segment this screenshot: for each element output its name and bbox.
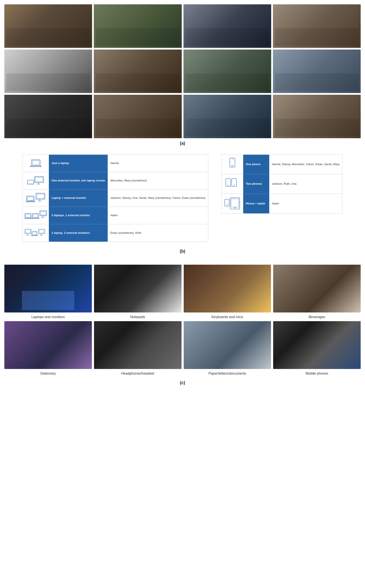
svg-rect-28 bbox=[33, 232, 36, 235]
svg-rect-16 bbox=[26, 214, 30, 217]
right-value-0: Harriet, Stacey, Mercedes, Calum, Ewan, … bbox=[269, 155, 342, 174]
photo-paper bbox=[184, 321, 271, 369]
photo-desk-7 bbox=[183, 50, 271, 93]
photo-keyboards bbox=[184, 265, 271, 312]
left-label-col: Just a laptop One external monitor, w/o … bbox=[49, 155, 108, 242]
photo-stationary bbox=[4, 321, 92, 369]
section-b-label: (b) bbox=[180, 246, 185, 258]
left-value-3: Adam bbox=[108, 207, 208, 224]
right-value-1: Jackson, Ruth, Una bbox=[269, 174, 342, 194]
section-a: (a) bbox=[0, 0, 365, 152]
photo-notepads bbox=[94, 265, 182, 312]
section-c-label: (c) bbox=[4, 378, 361, 390]
left-label-1: One external monitor, w/o laptop screen bbox=[49, 172, 108, 189]
photo-desk-9 bbox=[4, 95, 92, 138]
photo-grid bbox=[4, 4, 361, 138]
diagram-container: Just a laptop One external monitor, w/o … bbox=[23, 155, 342, 242]
svg-rect-30 bbox=[39, 230, 44, 233]
section-a-label: (a) bbox=[4, 138, 361, 150]
left-label-0: Just a laptop bbox=[49, 155, 108, 172]
svg-rect-24 bbox=[26, 230, 30, 233]
photo-desk-4 bbox=[273, 4, 361, 48]
left-value-4: Ewan (sometimes), Ruth bbox=[108, 224, 208, 242]
section-c: Laptops and monitors Notepads Keyboards … bbox=[0, 263, 365, 394]
svg-rect-18 bbox=[33, 214, 38, 217]
label-keyboards: Keyboards and mice bbox=[211, 315, 243, 319]
category-headphones: Headphones/headset bbox=[94, 321, 182, 375]
svg-rect-43 bbox=[231, 199, 239, 207]
laptop-two-monitors-icon bbox=[23, 224, 49, 242]
one-phone-icon bbox=[221, 155, 243, 174]
right-table: One phone Two phones Phone + tablet Harr… bbox=[221, 155, 342, 214]
monitor-icon-1 bbox=[23, 172, 49, 189]
right-icons-col bbox=[221, 155, 243, 213]
left-table: Just a laptop One external monitor, w/o … bbox=[23, 155, 208, 242]
two-laptops-monitor-icon bbox=[23, 207, 49, 224]
label-mobile: Mobile phones bbox=[306, 372, 328, 375]
photo-desk-8 bbox=[273, 50, 361, 93]
label-stationary: Stationary bbox=[40, 372, 56, 375]
photo-desk-2 bbox=[94, 4, 182, 48]
photo-desk-3 bbox=[183, 4, 271, 48]
label-beverages: Beverages bbox=[309, 315, 325, 319]
left-label-3: 2 laptops, 1 external monitor bbox=[49, 207, 108, 224]
right-value-col: Harriet, Stacey, Mercedes, Calum, Ewan, … bbox=[269, 155, 342, 213]
label-notepads: Notepads bbox=[130, 315, 145, 319]
svg-rect-9 bbox=[27, 197, 33, 200]
left-value-2: Jackson, Stacey, Una, Sarah, Mary (somet… bbox=[108, 189, 208, 207]
svg-rect-42 bbox=[230, 198, 240, 209]
category-paper: Paper/letters/documents bbox=[184, 321, 271, 375]
right-label-0: One phone bbox=[243, 155, 269, 174]
left-icons-col bbox=[23, 155, 49, 242]
category-notepads: Notepads bbox=[94, 265, 182, 319]
svg-rect-3 bbox=[28, 180, 34, 184]
photo-mobile bbox=[273, 321, 361, 369]
category-keyboards: Keyboards and mice bbox=[184, 265, 271, 319]
label-headphones: Headphones/headset bbox=[121, 372, 154, 375]
category-beverages: Beverages bbox=[273, 265, 361, 319]
label-paper: Paper/letters/documents bbox=[208, 372, 246, 375]
svg-rect-1 bbox=[33, 161, 39, 165]
svg-rect-20 bbox=[41, 212, 46, 215]
left-value-0: Harriet bbox=[108, 155, 208, 172]
section-b: Just a laptop One external monitor, w/o … bbox=[0, 152, 365, 263]
laptop-icon-1 bbox=[23, 155, 49, 172]
category-mobile: Mobile phones bbox=[273, 321, 361, 375]
label-laptops: Laptops and monitors bbox=[31, 315, 65, 319]
left-value-1: Mercedes, Mary (sometimes) bbox=[108, 172, 208, 189]
phone-tablet-icon bbox=[221, 194, 243, 213]
photo-headphones bbox=[94, 321, 182, 369]
photo-desk-10 bbox=[94, 95, 182, 138]
photo-beverages bbox=[273, 265, 361, 312]
photo-desk-11 bbox=[183, 95, 271, 138]
category-laptops: Laptops and monitors bbox=[4, 265, 92, 319]
category-stationary: Stationary bbox=[4, 321, 92, 375]
category-grid-row2: Stationary Headphones/headset Paper/lett… bbox=[4, 321, 361, 375]
svg-rect-40 bbox=[225, 199, 229, 206]
photo-desk-1 bbox=[4, 4, 92, 48]
svg-rect-17 bbox=[32, 214, 38, 218]
svg-rect-5 bbox=[35, 177, 43, 182]
left-label-4: 1 laptop, 2 external monitors bbox=[49, 224, 108, 242]
right-label-col: One phone Two phones Phone + tablet bbox=[243, 155, 269, 213]
photo-laptops bbox=[4, 265, 92, 312]
left-label-2: Laptop + external monitor bbox=[49, 189, 108, 207]
right-label-2: Phone + tablet bbox=[243, 194, 269, 213]
photo-desk-5 bbox=[4, 50, 92, 93]
photo-desk-6 bbox=[94, 50, 182, 93]
right-value-2: Adam bbox=[269, 194, 342, 213]
svg-rect-12 bbox=[37, 194, 44, 198]
laptop-monitor-icon bbox=[23, 189, 49, 207]
photo-desk-12 bbox=[273, 95, 361, 138]
right-label-1: Two phones bbox=[243, 174, 269, 194]
category-grid-row1: Laptops and monitors Notepads Keyboards … bbox=[4, 265, 361, 319]
two-phones-icon bbox=[221, 174, 243, 194]
left-value-col: Harriet Mercedes, Mary (sometimes) Jacks… bbox=[108, 155, 208, 242]
